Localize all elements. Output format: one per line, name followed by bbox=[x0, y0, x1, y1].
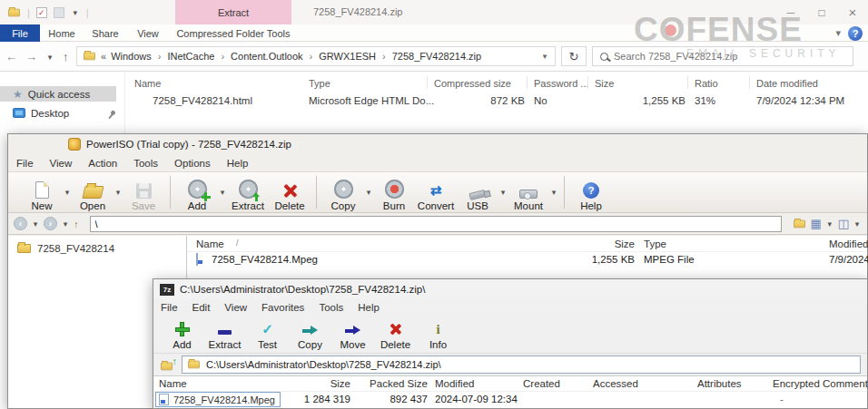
file-row[interactable]: 7258_FV428214.Mpeg 1,255 KB MPEG File 7/… bbox=[187, 252, 867, 268]
info-button[interactable]: i Info bbox=[417, 321, 459, 350]
add-button[interactable]: Add bbox=[161, 321, 203, 350]
qat-chevron-down-icon[interactable]: ▾ bbox=[71, 8, 80, 17]
breadcrumb-item[interactable]: Windows bbox=[111, 51, 152, 62]
nav-forward-chevron-icon[interactable]: ▾ bbox=[61, 219, 70, 229]
column-header-comment[interactable]: Comment bbox=[823, 378, 868, 389]
tab-view[interactable]: View bbox=[127, 24, 169, 42]
menu-help[interactable]: Help bbox=[219, 158, 257, 169]
file-name[interactable]: 7258_FV428214.html bbox=[153, 95, 252, 106]
search-box[interactable] bbox=[592, 46, 853, 66]
menu-edit[interactable]: Edit bbox=[185, 302, 218, 313]
up-arrow-icon[interactable]: ↑ bbox=[63, 50, 69, 63]
copy-button[interactable]: Copy bbox=[289, 321, 331, 350]
breadcrumb-item[interactable]: INetCache bbox=[167, 51, 214, 62]
breadcrumb-item[interactable]: 7258_FV428214.zip bbox=[392, 51, 481, 62]
search-input[interactable] bbox=[614, 51, 845, 62]
view-grid-icon[interactable]: ▦ bbox=[810, 217, 821, 230]
column-header-modified[interactable]: Modified bbox=[435, 378, 474, 389]
nav-forward-icon[interactable]: › bbox=[44, 217, 57, 230]
extract-button[interactable]: Extract bbox=[203, 321, 246, 350]
menu-view[interactable]: View bbox=[217, 302, 254, 313]
tab-home[interactable]: Home bbox=[40, 24, 84, 42]
menu-file[interactable]: File bbox=[153, 302, 185, 313]
poweriso-titlebar[interactable]: PowerISO (Trial copy) - 7258_FV428214.zi… bbox=[8, 134, 867, 154]
open-button[interactable]: Open bbox=[72, 173, 113, 211]
address-breadcrumb[interactable]: « Windows › INetCache › Content.Outlook … bbox=[76, 46, 556, 66]
layout-chevron-down-icon[interactable]: ▾ bbox=[853, 219, 862, 229]
maximize-button[interactable]: □ bbox=[806, 0, 837, 24]
column-header-accessed[interactable]: Accessed bbox=[593, 378, 638, 389]
layout-panes-icon[interactable]: ◫ bbox=[838, 217, 849, 230]
column-header-attributes[interactable]: Attributes bbox=[697, 378, 742, 389]
add-chevron-down-icon[interactable]: ▾ bbox=[218, 188, 227, 197]
close-button[interactable]: × bbox=[837, 0, 868, 24]
convert-button[interactable]: ⇄ Convert bbox=[415, 173, 457, 211]
nav-back-chevron-icon[interactable]: ▾ bbox=[31, 219, 40, 229]
file-name[interactable]: 7258_FV428214.Mpeg bbox=[212, 254, 318, 265]
sevenzip-titlebar[interactable]: 7z C:\Users\Administrator\Desktop\7258_F… bbox=[153, 279, 867, 299]
forward-arrow-icon[interactable]: → bbox=[25, 50, 37, 63]
move-button[interactable]: Move bbox=[331, 321, 374, 350]
new-button[interactable]: New bbox=[21, 173, 63, 211]
save-button[interactable]: Save bbox=[123, 173, 164, 211]
column-header-name[interactable]: Name bbox=[196, 239, 224, 249]
minimize-button[interactable]: ─ bbox=[775, 0, 806, 24]
column-header-packed-size[interactable]: Packed Size bbox=[355, 378, 428, 389]
address-input[interactable] bbox=[206, 359, 855, 370]
refresh-button[interactable]: ↻ bbox=[561, 46, 587, 66]
usb-button[interactable]: USB bbox=[457, 173, 498, 211]
tab-share[interactable]: Share bbox=[84, 24, 127, 42]
view-chevron-down-icon[interactable]: ▾ bbox=[825, 219, 834, 229]
copy-button[interactable]: Copy bbox=[322, 173, 364, 211]
test-button[interactable]: ✓ Test bbox=[246, 321, 289, 350]
column-header-name[interactable]: Name bbox=[159, 378, 187, 389]
nav-back-icon[interactable]: ‹ bbox=[14, 217, 27, 230]
column-header-type[interactable]: Type bbox=[309, 78, 330, 89]
column-header-modified[interactable]: Modified bbox=[829, 239, 868, 249]
collapsed-crumbs-icon[interactable]: « bbox=[101, 51, 106, 62]
menu-favorites[interactable]: Favorites bbox=[254, 302, 311, 313]
delete-button[interactable]: Delete bbox=[269, 173, 311, 211]
mount-button[interactable]: Mount bbox=[508, 173, 549, 211]
column-header-name[interactable]: Name bbox=[134, 78, 161, 89]
breadcrumb-item[interactable]: GRWX1ESH bbox=[319, 51, 376, 62]
column-header-date-modified[interactable]: Date modified bbox=[756, 78, 818, 89]
menu-help[interactable]: Help bbox=[350, 302, 387, 313]
explorer-titlebar[interactable]: | ✓ ▾ | Extract 7258_FV428214.zip ─ □ × bbox=[0, 0, 868, 24]
copy-chevron-down-icon[interactable]: ▾ bbox=[364, 188, 373, 197]
menu-options[interactable]: Options bbox=[166, 158, 219, 169]
address-chevron-down-icon[interactable]: ▾ bbox=[540, 52, 549, 61]
goto-folder-icon[interactable] bbox=[794, 219, 806, 228]
tab-compressed-folder-tools[interactable]: Compressed Folder Tools bbox=[175, 24, 291, 42]
column-header-ratio[interactable]: Ratio bbox=[695, 78, 718, 89]
extract-button[interactable]: Extract bbox=[227, 173, 269, 211]
menu-file[interactable]: File bbox=[8, 158, 42, 169]
column-header-type[interactable]: Type bbox=[644, 239, 666, 249]
column-header-size[interactable]: Size bbox=[260, 378, 350, 389]
nav-up-icon[interactable]: ↑ bbox=[74, 219, 79, 229]
burn-button[interactable]: Burn bbox=[373, 173, 415, 211]
breadcrumb-item[interactable]: Content.Outlook bbox=[231, 51, 303, 62]
properties-check-icon[interactable]: ✓ bbox=[36, 7, 47, 18]
ribbon-collapse-chevron-icon[interactable]: ▾ bbox=[835, 27, 841, 39]
menu-tools[interactable]: Tools bbox=[311, 302, 350, 313]
column-header-compressed-size[interactable]: Compressed size bbox=[434, 78, 511, 89]
path-input[interactable] bbox=[90, 216, 783, 232]
tab-file[interactable]: File bbox=[0, 24, 40, 42]
add-button[interactable]: Add bbox=[176, 173, 218, 211]
extract-context-tab-header[interactable]: Extract bbox=[175, 0, 291, 24]
sidebar-item-desktop[interactable]: Desktop bbox=[0, 105, 124, 121]
up-folder-icon[interactable]: ↑ bbox=[160, 359, 175, 371]
column-header-password[interactable]: Password ... bbox=[534, 78, 589, 89]
mount-chevron-down-icon[interactable]: ▾ bbox=[549, 188, 558, 197]
column-header-size[interactable]: Size bbox=[595, 78, 614, 89]
help-button[interactable]: ? Help bbox=[570, 173, 612, 211]
column-header-created[interactable]: Created bbox=[523, 378, 560, 389]
usb-chevron-down-icon[interactable]: ▾ bbox=[498, 188, 508, 197]
column-header-size[interactable]: Size bbox=[544, 239, 635, 249]
menu-view[interactable]: View bbox=[42, 158, 81, 169]
address-box[interactable] bbox=[182, 355, 861, 374]
back-arrow-icon[interactable]: ← bbox=[5, 50, 17, 63]
new-chevron-down-icon[interactable]: ▾ bbox=[63, 188, 72, 197]
help-icon[interactable]: ? bbox=[848, 26, 863, 41]
